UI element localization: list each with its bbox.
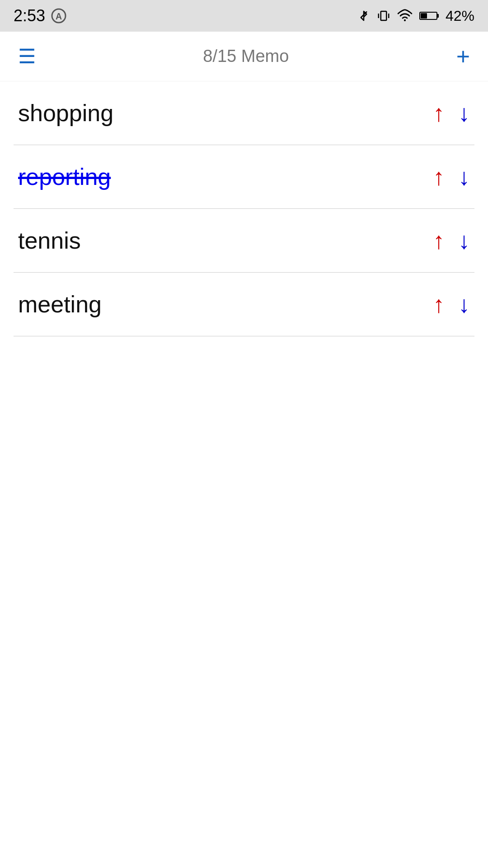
status-bar-right: 42%	[357, 8, 474, 24]
app-bar: ☰ 8/15 Memo +	[0, 32, 488, 81]
move-down-button[interactable]: ↓	[458, 229, 470, 252]
svg-text:A: A	[56, 11, 62, 21]
item-actions: ↑ ↓	[433, 165, 470, 189]
battery-percent: 42%	[446, 8, 474, 24]
item-actions: ↑ ↓	[433, 101, 470, 125]
list-item: meeting ↑ ↓	[14, 273, 474, 336]
item-actions: ↑ ↓	[433, 292, 470, 316]
list-item: shopping ↑ ↓	[14, 81, 474, 145]
svg-rect-7	[421, 13, 427, 19]
move-up-button[interactable]: ↑	[433, 165, 445, 189]
add-button[interactable]: +	[456, 45, 470, 68]
status-bar: 2:53 A 42%	[0, 0, 488, 32]
item-label-tennis[interactable]: tennis	[18, 227, 81, 254]
vibrate-icon	[377, 8, 390, 24]
item-actions: ↑ ↓	[433, 229, 470, 252]
move-up-button[interactable]: ↑	[433, 229, 445, 252]
list-item: tennis ↑ ↓	[14, 209, 474, 273]
bluetooth-icon	[357, 8, 371, 24]
svg-rect-2	[381, 11, 387, 20]
svg-rect-8	[437, 14, 439, 18]
item-label-reporting[interactable]: reporting	[18, 163, 111, 190]
svg-point-5	[404, 19, 406, 21]
move-up-button[interactable]: ↑	[433, 101, 445, 125]
list-item: reporting ↑ ↓	[14, 145, 474, 209]
move-down-button[interactable]: ↓	[458, 292, 470, 316]
app-title: 8/15 Memo	[203, 47, 289, 66]
battery-icon	[419, 9, 439, 23]
move-down-button[interactable]: ↓	[458, 165, 470, 189]
alert-icon: A	[51, 8, 67, 24]
status-time: 2:53	[14, 6, 45, 25]
status-bar-left: 2:53 A	[14, 6, 67, 25]
move-up-button[interactable]: ↑	[433, 292, 445, 316]
memo-list: shopping ↑ ↓ reporting ↑ ↓ tennis ↑ ↓ me…	[0, 81, 488, 336]
menu-icon[interactable]: ☰	[18, 47, 36, 66]
item-label-shopping[interactable]: shopping	[18, 99, 113, 127]
move-down-button[interactable]: ↓	[458, 101, 470, 125]
item-label-meeting[interactable]: meeting	[18, 291, 102, 318]
wifi-icon	[397, 8, 413, 24]
